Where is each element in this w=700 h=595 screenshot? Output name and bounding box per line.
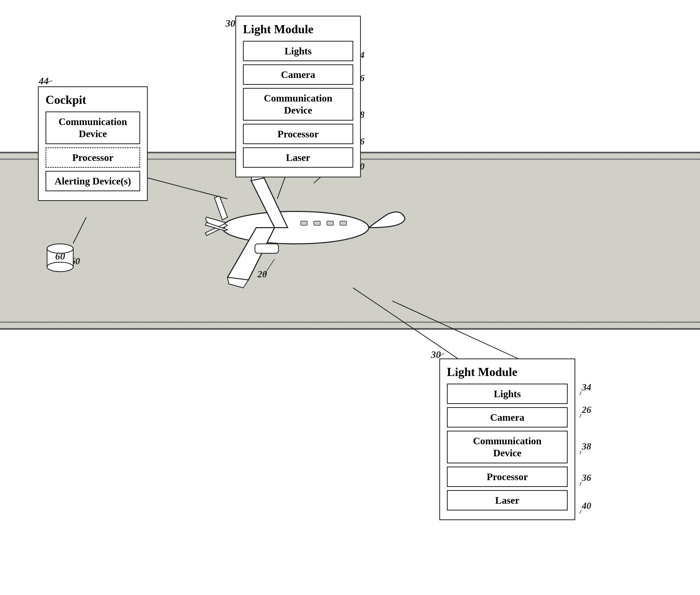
- bottom-processor-box: Processor: [447, 466, 568, 487]
- svg-text:38: 38: [582, 441, 591, 452]
- bottom-camera-box: Camera: [447, 407, 568, 428]
- svg-line-43: [580, 451, 581, 454]
- bottom-comm-box: CommunicationDevice: [447, 431, 568, 463]
- svg-text:30: 30: [225, 18, 235, 29]
- runway-border-bottom: [0, 321, 700, 323]
- top-camera-box: Camera: [243, 64, 353, 85]
- svg-point-50: [47, 262, 73, 272]
- svg-text:44: 44: [38, 75, 49, 86]
- diagram-container: 20 30 30 44 52 50 54 60 34 26 38 36: [0, 0, 700, 595]
- svg-line-39: [580, 391, 581, 395]
- bottom-light-module: Light Module Lights Camera Communication…: [439, 359, 575, 520]
- bottom-lights-box: Lights: [447, 384, 568, 404]
- svg-line-45: [580, 482, 581, 486]
- database-cylinder: 60: [43, 241, 77, 276]
- bottom-module-title: Light Module: [447, 365, 568, 379]
- top-light-module: Light Module Lights Camera Communication…: [235, 16, 361, 177]
- bottom-laser-box: Laser: [447, 490, 568, 510]
- svg-line-20: [47, 81, 52, 82]
- cockpit-comm-box: CommunicationDevice: [45, 111, 140, 144]
- top-laser-box: Laser: [243, 147, 353, 168]
- cockpit-processor-box: Processor: [45, 147, 140, 168]
- top-comm-box: CommunicationDevice: [243, 88, 353, 121]
- top-lights-box: Lights: [243, 41, 353, 61]
- svg-text:60: 60: [55, 251, 65, 262]
- svg-text:26: 26: [582, 404, 591, 415]
- svg-line-18: [440, 353, 445, 356]
- top-module-title: Light Module: [243, 22, 353, 36]
- top-processor-box: Processor: [243, 124, 353, 144]
- svg-text:40: 40: [582, 501, 591, 511]
- cockpit-module: Cockpit CommunicationDevice Processor Al…: [38, 86, 148, 201]
- cockpit-alerting-box: Alerting Device(s): [45, 171, 140, 191]
- svg-line-47: [580, 510, 581, 514]
- svg-text:36: 36: [582, 473, 591, 483]
- cockpit-title: Cockpit: [45, 93, 140, 107]
- svg-text:34: 34: [582, 382, 591, 393]
- svg-line-41: [580, 414, 581, 418]
